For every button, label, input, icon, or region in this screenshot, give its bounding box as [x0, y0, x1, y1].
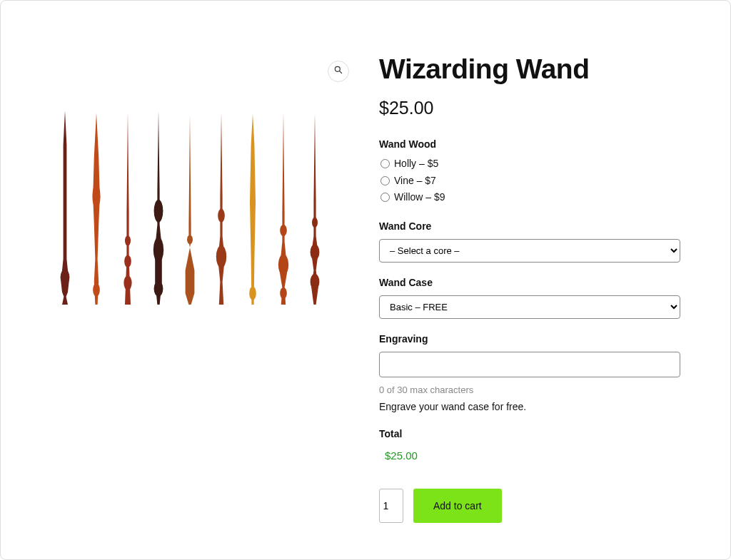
svg-point-20 — [311, 274, 320, 290]
svg-point-19 — [311, 244, 320, 260]
wand-illustration — [241, 86, 264, 329]
product-page: Wizarding Wand $25.00 Wand Wood Holly – … — [0, 0, 731, 560]
svg-point-16 — [278, 255, 288, 275]
wand-wood-option-text: Willow – $9 — [394, 190, 445, 205]
svg-point-13 — [216, 245, 226, 268]
wand-wood-radio[interactable] — [380, 159, 390, 168]
engraving-group: Engraving — [379, 333, 680, 377]
wand-case-select[interactable]: Basic – FREE — [379, 295, 680, 319]
svg-point-3 — [92, 183, 100, 208]
product-image — [51, 72, 329, 329]
svg-point-10 — [154, 280, 163, 296]
svg-point-18 — [312, 218, 318, 228]
wand-illustration — [178, 86, 201, 329]
wand-core-select[interactable]: – Select a core – — [379, 239, 680, 263]
total-label: Total — [379, 428, 680, 439]
total-value: $25.00 — [385, 449, 680, 462]
svg-point-12 — [218, 209, 225, 223]
wand-illustration — [54, 86, 76, 329]
svg-point-11 — [187, 235, 193, 244]
svg-point-5 — [125, 235, 131, 245]
svg-point-9 — [153, 238, 163, 263]
svg-point-14 — [249, 286, 256, 300]
wand-wood-option-holly[interactable]: Holly – $5 — [379, 157, 680, 171]
product-details: Wizarding Wand $25.00 Wand Wood Holly – … — [379, 44, 680, 523]
wand-core-group: Wand Core – Select a core – — [379, 220, 680, 263]
svg-point-15 — [280, 225, 287, 236]
svg-point-0 — [335, 66, 340, 71]
wand-case-label: Wand Case — [379, 277, 680, 288]
engraving-note: Engrave your wand case for free. — [379, 401, 680, 412]
engraving-char-count: 0 of 30 max characters — [379, 385, 680, 395]
wand-illustration — [272, 86, 295, 329]
wand-wood-radio[interactable] — [380, 193, 390, 202]
product-image-area — [51, 44, 351, 329]
wand-wood-radio[interactable] — [380, 176, 390, 185]
search-icon — [333, 65, 343, 78]
product-price: $25.00 — [379, 98, 680, 118]
wand-wood-option-text: Holly – $5 — [394, 157, 438, 171]
product-title: Wizarding Wand — [379, 54, 680, 85]
wand-illustration — [116, 86, 139, 329]
wand-wood-label: Wand Wood — [379, 138, 680, 150]
wand-case-group: Wand Case Basic – FREE — [379, 277, 680, 319]
zoom-button[interactable] — [328, 61, 349, 82]
wand-core-label: Wand Core — [379, 220, 680, 232]
svg-point-2 — [61, 269, 70, 285]
engraving-input[interactable] — [379, 352, 680, 377]
svg-point-7 — [123, 275, 131, 290]
svg-point-4 — [93, 283, 100, 297]
wand-illustration — [85, 86, 108, 329]
wand-illustration — [147, 86, 170, 329]
quantity-stepper[interactable] — [379, 489, 403, 523]
wand-wood-option-text: Vine – $7 — [394, 174, 436, 188]
wand-wood-option-willow[interactable]: Willow – $9 — [379, 190, 680, 205]
engraving-label: Engraving — [379, 333, 680, 345]
add-to-cart-button[interactable]: Add to cart — [413, 489, 502, 523]
quantity-input[interactable] — [382, 500, 400, 511]
add-to-cart-row: Add to cart — [379, 489, 680, 523]
wand-illustration — [303, 86, 326, 329]
wand-wood-group: Wand Wood Holly – $5 Vine – $7 Willow – … — [379, 138, 680, 205]
svg-point-17 — [280, 287, 287, 299]
svg-point-8 — [154, 200, 163, 223]
wand-wood-option-vine[interactable]: Vine – $7 — [379, 174, 680, 188]
svg-point-6 — [124, 255, 131, 268]
svg-line-1 — [340, 71, 342, 73]
wand-illustration — [210, 86, 233, 329]
